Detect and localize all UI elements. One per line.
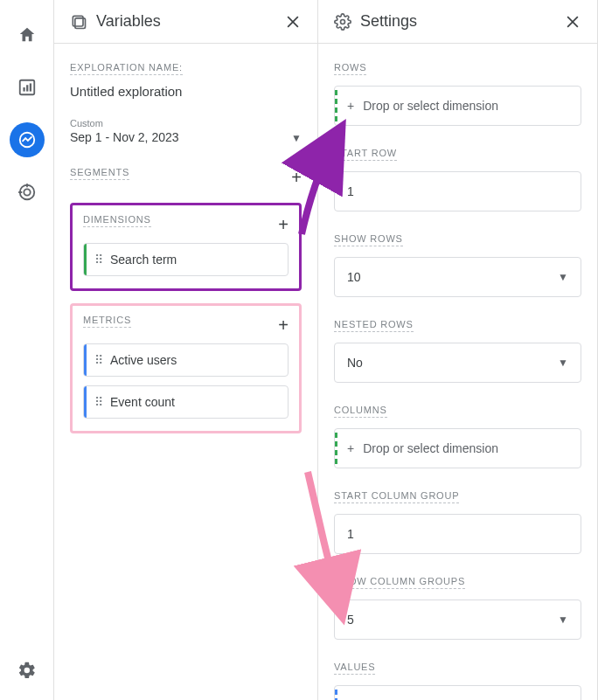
start-col-value: 1: [347, 527, 354, 541]
nested-rows-label: NESTED ROWS: [334, 319, 414, 332]
settings-gear-icon[interactable]: [10, 653, 45, 688]
svg-point-11: [341, 19, 345, 24]
metric-chip[interactable]: ⠿ Active users: [83, 343, 289, 377]
date-range-selector[interactable]: Custom Sep 1 - Nov 2, 2023 ▼: [70, 118, 302, 144]
start-row-value: 1: [347, 184, 354, 198]
start-col-label: START COLUMN GROUP: [334, 490, 459, 503]
show-col-label: SHOW COLUMN GROUPS: [334, 576, 465, 589]
svg-rect-2: [26, 85, 28, 91]
chevron-down-icon: ▼: [558, 613, 568, 626]
dimensions-label: DIMENSIONS: [83, 214, 151, 227]
start-row-label: START ROW: [334, 148, 397, 161]
show-col-select[interactable]: 5 ▼: [334, 600, 581, 640]
variables-icon: [70, 13, 87, 31]
show-rows-label: SHOW ROWS: [334, 233, 403, 246]
drag-handle-icon: ⠿: [94, 395, 101, 409]
start-row-input[interactable]: 1: [334, 171, 581, 211]
drag-handle-icon: ⠿: [94, 353, 101, 367]
reports-icon[interactable]: [10, 70, 45, 105]
show-rows-value: 10: [347, 270, 361, 284]
show-col-value: 5: [347, 613, 354, 627]
close-settings-button[interactable]: [564, 13, 581, 31]
metrics-highlight: METRICS + ⠿ Active users ⠿ Event count: [70, 303, 302, 433]
dimension-chip[interactable]: ⠿ Search term: [83, 243, 289, 276]
metric-chip-label: Event count: [110, 395, 175, 409]
rows-label: ROWS: [334, 62, 366, 75]
variables-panel: Variables EXPLORATION NAME: Untitled exp…: [54, 0, 318, 700]
show-rows-select[interactable]: 10 ▼: [334, 257, 581, 297]
plus-icon: +: [347, 441, 354, 455]
rows-dropzone-label: Drop or select dimension: [363, 99, 498, 113]
chevron-down-icon: ▼: [558, 357, 568, 369]
metric-chip-label: Active users: [110, 353, 177, 367]
dimension-chip-label: Search term: [110, 253, 177, 267]
nav-rail: [0, 0, 54, 700]
columns-dropzone[interactable]: + Drop or select dimension: [334, 428, 581, 468]
nested-rows-select[interactable]: No ▼: [334, 343, 581, 383]
date-range-custom-label: Custom: [70, 118, 179, 128]
nested-rows-value: No: [347, 356, 363, 370]
metric-chip[interactable]: ⠿ Event count: [83, 385, 289, 419]
exploration-name-value[interactable]: Untitled exploration: [70, 84, 302, 99]
values-label: VALUES: [334, 662, 375, 675]
home-icon[interactable]: [10, 17, 45, 52]
columns-label: COLUMNS: [334, 405, 387, 418]
exploration-name-label: EXPLORATION NAME:: [70, 62, 183, 75]
chevron-down-icon: ▼: [558, 271, 568, 283]
add-metric-button[interactable]: +: [278, 316, 289, 334]
dimensions-highlight: DIMENSIONS + ⠿ Search term: [70, 203, 302, 291]
add-dimension-button[interactable]: +: [278, 216, 289, 233]
exploration-name-block: EXPLORATION NAME: Untitled exploration: [70, 59, 302, 99]
metrics-label: METRICS: [83, 315, 131, 328]
start-col-input[interactable]: 1: [334, 514, 581, 554]
columns-dropzone-label: Drop or select dimension: [363, 441, 498, 455]
advertising-icon[interactable]: [10, 175, 45, 210]
settings-panel: Settings ROWS + Drop or select dimension…: [318, 0, 598, 700]
settings-icon: [334, 13, 351, 31]
segments-label: SEGMENTS: [70, 167, 129, 180]
drag-handle-icon: ⠿: [94, 253, 101, 267]
svg-point-6: [24, 189, 30, 195]
svg-rect-1: [23, 87, 24, 92]
values-dropzone[interactable]: + Drop or select metric: [334, 685, 581, 700]
close-variables-button[interactable]: [284, 13, 302, 31]
explore-icon[interactable]: [10, 122, 45, 157]
svg-rect-3: [29, 83, 31, 91]
variables-title: Variables: [96, 12, 275, 31]
date-range-value: Sep 1 - Nov 2, 2023: [70, 130, 179, 144]
rows-dropzone[interactable]: + Drop or select dimension: [334, 86, 581, 126]
settings-title: Settings: [360, 12, 555, 31]
plus-icon: +: [347, 99, 354, 113]
add-segment-button[interactable]: +: [291, 169, 302, 186]
chevron-down-icon: ▼: [291, 132, 302, 144]
